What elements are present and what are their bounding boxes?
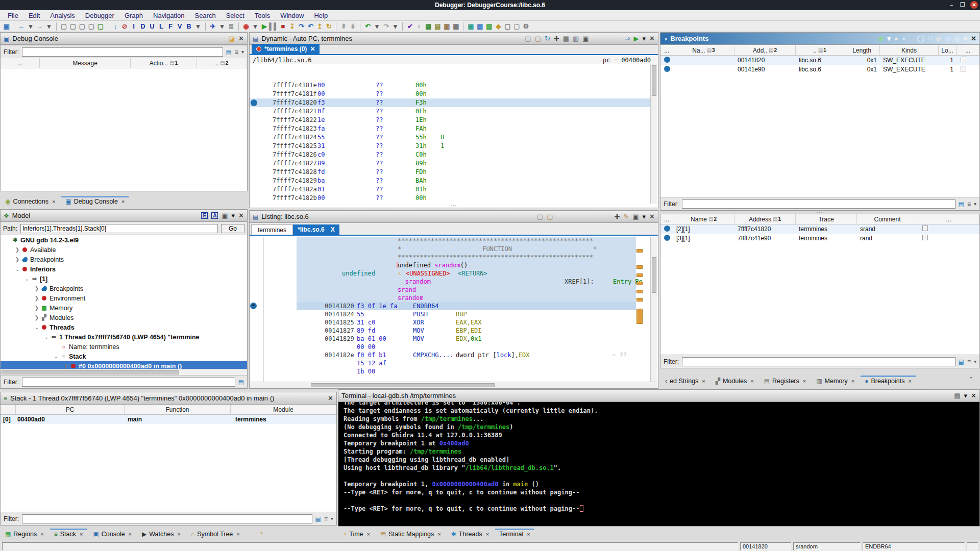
doc-out-icon[interactable]: ▢ — [87, 21, 96, 32]
dropdown-icon[interactable]: ▾ — [390, 21, 400, 32]
filter-icon[interactable]: ≡ — [964, 35, 968, 42]
close-icon[interactable]: × — [52, 198, 55, 205]
close-icon[interactable]: × — [527, 531, 530, 537]
table-view-icon[interactable]: ▦ — [563, 35, 569, 42]
struct-icon[interactable]: ▦ — [424, 21, 433, 32]
play-icon[interactable]: ▶ — [634, 35, 639, 42]
tab-breakpoints[interactable]: ●Breakpoints× — [860, 375, 917, 388]
doc-out-icon[interactable]: ▢ — [59, 21, 68, 32]
markup-l-icon[interactable]: L — [157, 21, 166, 32]
filter-input[interactable] — [682, 199, 955, 209]
filter-options-icon[interactable]: ≡ — [967, 201, 971, 208]
column-header[interactable]: ... — [918, 214, 979, 224]
console-window-icon[interactable]: ▣ — [466, 21, 475, 32]
memory-row[interactable]: 7ffff7c41828fd??FDh — [250, 168, 650, 177]
chevron-down-icon[interactable]: ▾ — [974, 359, 976, 364]
filter-options-icon[interactable]: ≡ — [235, 48, 238, 56]
memory-listing[interactable]: 7ffff7c4181e00??00h7ffff7c4181f00??00h7f… — [250, 64, 650, 204]
tree-expander[interactable]: ❯ — [34, 305, 40, 311]
close-icon[interactable]: ✕ — [971, 35, 976, 42]
undo-icon[interactable]: ↶ — [363, 21, 372, 32]
menu-select[interactable]: Select — [222, 11, 249, 20]
memory-row[interactable]: 7ffff7c4182a01??01h — [250, 185, 650, 194]
tree-item[interactable]: ❯Breakpoints — [1, 284, 247, 293]
instruction-row[interactable]: 0014182455PUSHRBP — [250, 310, 650, 318]
close-icon[interactable]: × — [40, 531, 43, 537]
disable-icon[interactable]: ⊘ — [120, 21, 129, 32]
options-icon[interactable]: ▤ — [954, 392, 960, 399]
tree-item[interactable]: ❯Available — [1, 245, 247, 255]
window-icon[interactable]: ▢ — [503, 21, 512, 32]
nav-back-icon[interactable]: ← — [17, 21, 26, 32]
tree-item[interactable]: ⌄⇒[1] — [1, 274, 247, 284]
copy-icon[interactable]: ▢ — [537, 213, 543, 220]
doc-out-icon[interactable]: ▢ — [78, 21, 87, 32]
add-breakpoint-icon[interactable]: ⊕ — [878, 35, 884, 42]
clear-filter-icon[interactable]: ▤ — [315, 515, 321, 522]
tab-time[interactable]: ◔Time× — [338, 529, 375, 541]
label-line[interactable]: srand — [250, 286, 650, 294]
instruction-row[interactable]: 00141820f3 0f 1e faENDBR64 — [297, 302, 636, 310]
close-icon[interactable]: × — [851, 378, 854, 384]
memory-row[interactable]: 7ffff7c418221e??1Eh — [250, 116, 650, 124]
doc-out-icon[interactable]: ▢ — [68, 21, 78, 32]
sort-icon[interactable]: ▤ — [169, 60, 174, 66]
model-header[interactable]: ❖ Model E A ▣ ▾ ✕ — [1, 210, 247, 222]
instruction-row[interactable]: 1b 00 — [250, 367, 650, 375]
breakpoint-enabled-icon[interactable] — [664, 57, 670, 63]
minimize-icon[interactable]: – — [948, 2, 955, 8]
memory-row[interactable]: 7ffff7c4182455??55hU — [250, 133, 650, 142]
column-header[interactable]: Lo... — [939, 45, 957, 55]
chevron-down-icon[interactable]: ▾ — [232, 212, 235, 219]
tree-item[interactable]: ✱GNU gdb 14.2-3.el9 — [1, 235, 247, 245]
step-over-icon[interactable]: ↷ — [297, 21, 306, 32]
interrupt-icon[interactable]: ▌▌ — [269, 21, 278, 32]
clear-filter-icon[interactable]: ▤ — [959, 201, 964, 208]
memory-row[interactable]: 7ffff7c41826c0??C0h — [250, 151, 650, 159]
tree-expander[interactable]: ❯ — [34, 295, 40, 301]
close-icon[interactable]: × — [236, 531, 239, 537]
tree-item[interactable]: ⌄Inferiors — [1, 264, 247, 274]
column-header[interactable]: PC — [16, 405, 125, 414]
launch-icon[interactable]: ✈ — [208, 21, 217, 32]
filter-input[interactable] — [22, 514, 312, 523]
memory-row[interactable]: 7ffff7c41829ba??BAh — [250, 177, 650, 185]
tab-regions[interactable]: ▦Regions× — [0, 529, 49, 541]
dropdown-icon[interactable]: ▾ — [26, 21, 35, 32]
tree-expander[interactable]: ❯ — [34, 315, 40, 320]
memory-row[interactable]: 7ffff7c4182789??89h — [250, 159, 650, 168]
kill-icon[interactable]: ■ — [278, 21, 287, 32]
instruction-row[interactable]: 0014182ef0 0f b1CMPXCHG....dword ptr [lo… — [250, 351, 650, 359]
column-header[interactable]: Module — [231, 405, 336, 414]
path-input[interactable] — [20, 224, 218, 233]
column-header[interactable]: Actio...▤1 — [131, 58, 197, 68]
sort-icon[interactable]: ▤ — [773, 216, 777, 222]
memory-vscrollbar[interactable] — [650, 64, 657, 204]
clear-filter-icon[interactable]: ▤ — [959, 358, 964, 365]
listing-hscrollbar[interactable] — [250, 382, 658, 388]
track-location-icon[interactable]: ✚ — [554, 35, 559, 42]
column-header[interactable]: Function — [125, 405, 231, 414]
memory-row[interactable]: 7ffff7c4182b00??00h — [250, 194, 650, 203]
label-line[interactable]: __srandomXREF[1]:Entry Po — [250, 278, 650, 286]
stack-header[interactable]: ≡ Stack - 1 Thread 0x7ffff7f56740 (LWP 4… — [1, 392, 336, 405]
close-icon[interactable]: ✕ — [970, 1, 978, 9]
tree-item[interactable]: ❯Environment — [1, 293, 247, 303]
memory-row[interactable]: 7ffff7c418210f??0Fh — [250, 107, 650, 116]
location-enabled-icon[interactable] — [664, 235, 670, 241]
close-icon[interactable]: × — [80, 531, 83, 537]
close-icon[interactable]: × — [803, 378, 806, 384]
tab-ed-strings[interactable]: ‹ed Strings× — [660, 375, 710, 388]
tree-item[interactable]: ⌄≡Stack — [1, 352, 247, 361]
tab-symbol-tree[interactable]: ⌂Symbol Tree× — [186, 529, 245, 541]
attach-icon[interactable]: ≣ — [227, 21, 236, 32]
tree-expander[interactable]: ❯ — [14, 257, 20, 262]
tab-modules[interactable]: ▞Modules× — [710, 375, 759, 388]
filter-input[interactable] — [22, 378, 235, 387]
menu-debugger[interactable]: Debugger — [81, 11, 119, 20]
filter-options-icon[interactable]: ≡ — [324, 515, 328, 522]
breakpoint-row[interactable]: 00141820libc.so.60x1SW_EXECUTE1 — [660, 56, 979, 65]
dropdown-icon[interactable]: ▾ — [44, 21, 54, 32]
instruction-row[interactable]: 15 12 af — [250, 359, 650, 367]
bytes-icon[interactable]: ▫ — [414, 21, 424, 32]
